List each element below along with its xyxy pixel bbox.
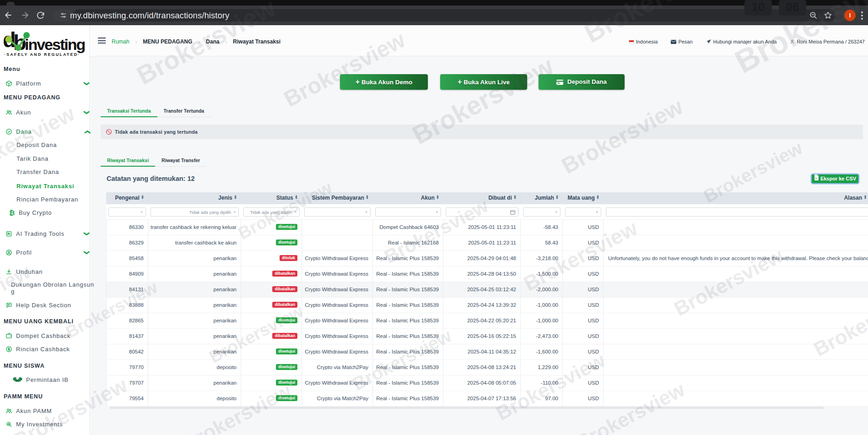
svg-text:x: x — [815, 177, 817, 179]
